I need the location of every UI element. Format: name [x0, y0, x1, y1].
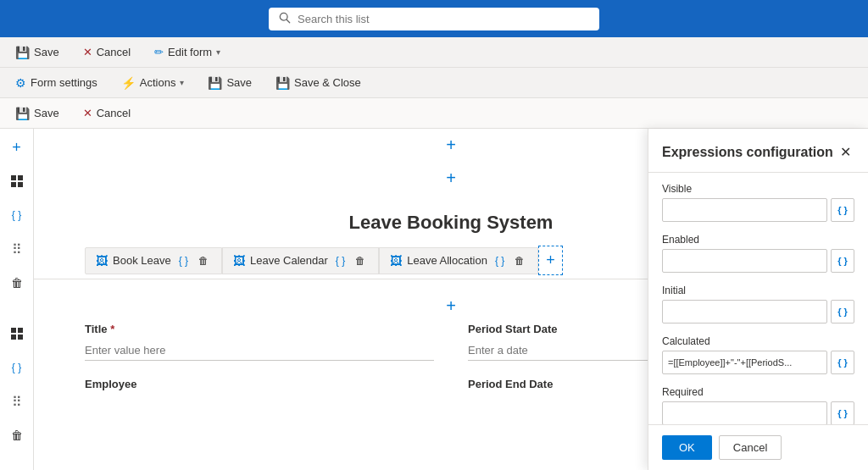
- expr-initial-section: Initial { }: [662, 285, 854, 323]
- expr-visible-section: Visible { }: [662, 183, 854, 222]
- expr-calculated-label: Calculated: [662, 335, 854, 347]
- add-section-button[interactable]: +: [442, 165, 459, 191]
- expr-enabled-row: { }: [662, 249, 854, 273]
- actions-icon: ⚡: [121, 76, 136, 90]
- svg-rect-5: [18, 182, 23, 187]
- search-box[interactable]: [269, 8, 599, 30]
- cancel-icon-1: ✕: [83, 46, 92, 58]
- chevron-down-icon-2: ▾: [180, 78, 184, 87]
- svg-rect-7: [18, 328, 23, 333]
- form-title: Leave Booking System: [349, 212, 554, 234]
- panel-body: Visible { } Enabled { } Initial: [648, 173, 868, 424]
- cancel-button-1[interactable]: ✕ Cancel: [78, 42, 136, 62]
- panel-close-button[interactable]: ✕: [837, 142, 854, 162]
- expr-visible-label: Visible: [662, 183, 854, 195]
- tab-icon-2: 🖼: [390, 254, 402, 268]
- chevron-down-icon: ▾: [216, 47, 220, 57]
- tab-label-0: Book Leave: [113, 254, 171, 267]
- save-icon-1: 💾: [15, 46, 30, 59]
- tab-leave-calendar[interactable]: 🖼 Leave Calendar { } 🗑: [222, 247, 379, 274]
- panel-header: Expressions configuration ✕: [648, 129, 868, 173]
- expr-initial-row: { }: [662, 300, 854, 323]
- expr-enabled-input[interactable]: [662, 249, 827, 273]
- panel-cancel-button[interactable]: Cancel: [719, 435, 782, 460]
- code-icon[interactable]: { }: [5, 203, 29, 227]
- field-input-title[interactable]: [85, 340, 434, 361]
- save-button-2[interactable]: 💾 Save: [203, 73, 257, 93]
- tab-code-btn-0[interactable]: { }: [176, 253, 191, 268]
- tab-icon-0: 🖼: [96, 254, 108, 268]
- add-fields-row-button[interactable]: +: [446, 296, 456, 316]
- drag-icon-2[interactable]: ⠿: [5, 390, 29, 413]
- tab-leave-allocation[interactable]: 🖼 Leave Allocation { } 🗑: [379, 247, 538, 274]
- grid-icon[interactable]: [5, 169, 29, 193]
- svg-rect-2: [11, 175, 16, 180]
- expr-enabled-btn[interactable]: { }: [831, 249, 854, 273]
- expr-visible-row: { }: [662, 198, 854, 222]
- expr-initial-label: Initial: [662, 285, 854, 296]
- expr-visible-input[interactable]: [662, 198, 827, 222]
- tab-code-btn-2[interactable]: { }: [492, 253, 507, 268]
- panel-title: Expressions configuration: [662, 145, 833, 160]
- edit-form-button[interactable]: ✏ Edit form ▾: [149, 42, 225, 62]
- tab-delete-btn-2[interactable]: 🗑: [512, 253, 527, 268]
- expr-enabled-section: Enabled { }: [662, 234, 854, 273]
- toolbar-row3: 💾 Save ✕ Cancel: [0, 98, 868, 129]
- field-title: Title *: [85, 323, 434, 361]
- main-area: + { } ⠿ 🗑 { } ⠿ 🗑 + +: [0, 129, 868, 470]
- svg-rect-3: [18, 175, 23, 180]
- delete-icon-2[interactable]: 🗑: [5, 423, 29, 447]
- form-content-wrapper: + + Leave Booking System 🖼 Book Leave { …: [34, 129, 868, 470]
- svg-rect-9: [18, 335, 23, 340]
- save-close-icon: 💾: [275, 76, 290, 90]
- save-button-1[interactable]: 💾 Save: [10, 42, 64, 63]
- search-icon: [279, 12, 291, 26]
- top-bar: [0, 0, 868, 37]
- tab-icon-1: 🖼: [233, 254, 245, 268]
- code-icon-2[interactable]: { }: [5, 356, 29, 379]
- expr-enabled-label: Enabled: [662, 234, 854, 246]
- cancel-icon-3: ✕: [83, 107, 92, 119]
- expr-required-input[interactable]: [662, 401, 827, 424]
- expr-initial-input[interactable]: [662, 300, 827, 323]
- expr-calculated-row: { }: [662, 351, 854, 374]
- tab-label-1: Leave Calendar: [250, 254, 328, 267]
- add-tab-button[interactable]: +: [538, 246, 563, 275]
- svg-line-1: [287, 19, 290, 23]
- expressions-panel: Expressions configuration ✕ Visible { } …: [648, 129, 868, 470]
- expr-required-btn[interactable]: { }: [831, 401, 854, 424]
- save-icon-2: 💾: [208, 76, 222, 90]
- save-close-button[interactable]: 💾 Save & Close: [270, 73, 366, 93]
- cancel-button-3[interactable]: ✕ Cancel: [78, 103, 136, 123]
- svg-rect-6: [11, 328, 16, 333]
- expr-visible-btn[interactable]: { }: [831, 198, 854, 222]
- tab-delete-btn-0[interactable]: 🗑: [196, 253, 211, 268]
- form-settings-icon: ⚙: [15, 76, 26, 90]
- expr-calculated-input[interactable]: [662, 351, 827, 374]
- expr-required-row: { }: [662, 401, 854, 424]
- svg-rect-8: [11, 335, 16, 340]
- drag-icon[interactable]: ⠿: [5, 237, 29, 261]
- form-settings-button[interactable]: ⚙ Form settings: [10, 73, 103, 93]
- expr-initial-btn[interactable]: { }: [831, 300, 854, 323]
- left-sidebar: + { } ⠿ 🗑 { } ⠿ 🗑: [0, 129, 34, 470]
- tab-code-btn-1[interactable]: { }: [333, 253, 348, 268]
- search-input[interactable]: [298, 13, 589, 25]
- actions-button[interactable]: ⚡ Actions ▾: [116, 73, 190, 93]
- edit-icon: ✏: [154, 46, 164, 58]
- add-row-sidebar-icon[interactable]: +: [5, 135, 29, 159]
- save-button-3[interactable]: 💾 Save: [10, 103, 64, 124]
- field-label-employee: Employee: [85, 378, 434, 390]
- grid-icon-2[interactable]: [5, 322, 29, 346]
- tab-book-leave[interactable]: 🖼 Book Leave { } 🗑: [85, 247, 222, 274]
- expr-required-section: Required { }: [662, 386, 854, 424]
- delete-icon[interactable]: 🗑: [5, 271, 29, 295]
- toolbar-row1: 💾 Save ✕ Cancel ✏ Edit form ▾: [0, 37, 868, 68]
- expr-calculated-btn[interactable]: { }: [831, 351, 854, 374]
- panel-ok-button[interactable]: OK: [662, 435, 712, 460]
- tab-label-2: Leave Allocation: [407, 254, 487, 267]
- tab-delete-btn-1[interactable]: 🗑: [353, 253, 368, 268]
- panel-footer: OK Cancel: [648, 424, 868, 470]
- toolbar-row2: ⚙ Form settings ⚡ Actions ▾ 💾 Save 💾 Sav…: [0, 68, 868, 98]
- expr-calculated-section: Calculated { }: [662, 335, 854, 374]
